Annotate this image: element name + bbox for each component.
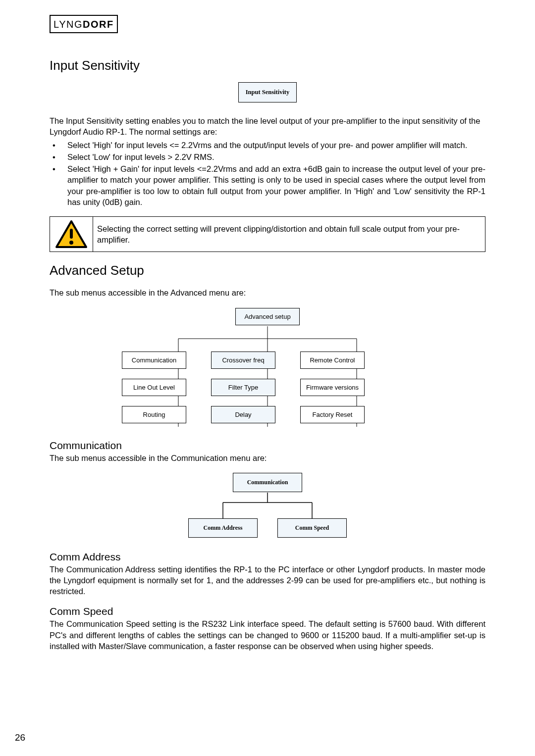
heading-communication: Communication	[50, 440, 485, 452]
comm-address-body: The Communication Address setting identi…	[50, 564, 485, 597]
menu-box-line-out-level: Line Out Level	[122, 379, 186, 396]
input-sensitivity-bullets: Select 'High' for input levels <= 2.2Vrm…	[50, 140, 485, 208]
comm-speed-body: The Communication Speed setting is the R…	[50, 618, 485, 652]
heading-comm-address: Comm Address	[50, 551, 485, 563]
menu-box-routing: Routing	[122, 406, 186, 423]
warning-callout: Selecting the correct setting will preve…	[50, 216, 485, 252]
menu-box-firmware-versions: Firmware versions	[300, 379, 365, 396]
brand-logo: LYNGDORF	[50, 15, 118, 33]
menu-box-delay: Delay	[211, 406, 275, 423]
menu-box-remote-control: Remote Control	[300, 352, 365, 369]
menu-box-comm-speed: Comm Speed	[277, 518, 347, 538]
menu-box-filter-type: Filter Type	[211, 379, 275, 396]
logo-part1: LYNG	[54, 19, 83, 30]
menu-box-crossover-freq: Crossover freq	[211, 352, 275, 369]
input-sensitivity-intro: The Input Sensitivity setting enables yo…	[50, 115, 485, 138]
warning-icon-cell	[50, 217, 93, 252]
warning-text: Selecting the correct setting will preve…	[93, 220, 485, 249]
warning-icon	[55, 220, 88, 249]
bullet-low: Select 'Low' for input levels > 2.2V RMS…	[50, 151, 485, 162]
heading-advanced-setup: Advanced Setup	[50, 263, 485, 278]
logo-part2: DORF	[83, 19, 114, 30]
communication-diagram: Communication Comm Address Comm Speed	[178, 473, 357, 542]
menu-box-communication-root: Communication	[233, 473, 302, 492]
advanced-setup-intro: The sub menus accessible in the Advanced…	[50, 287, 485, 298]
svg-point-2	[69, 241, 73, 245]
advanced-setup-diagram: Advanced setup Communication Line Out Le…	[119, 308, 416, 431]
page-number: 26	[15, 732, 25, 743]
svg-rect-1	[70, 229, 73, 239]
menu-box-advanced-setup: Advanced setup	[235, 308, 300, 325]
bullet-high-gain: Select 'High + Gain' for input levels <=…	[50, 163, 485, 207]
menu-box-factory-reset: Factory Reset	[300, 406, 365, 423]
communication-intro: The sub menus accessible in the Communic…	[50, 453, 485, 463]
heading-comm-speed: Comm Speed	[50, 605, 485, 617]
menu-box-input-sensitivity: Input Sensitivity	[238, 82, 297, 102]
bullet-high: Select 'High' for input levels <= 2.2Vrm…	[50, 140, 485, 151]
menu-box-comm-address: Comm Address	[188, 518, 258, 538]
menu-box-communication: Communication	[122, 352, 186, 369]
heading-input-sensitivity: Input Sensitivity	[50, 58, 485, 73]
